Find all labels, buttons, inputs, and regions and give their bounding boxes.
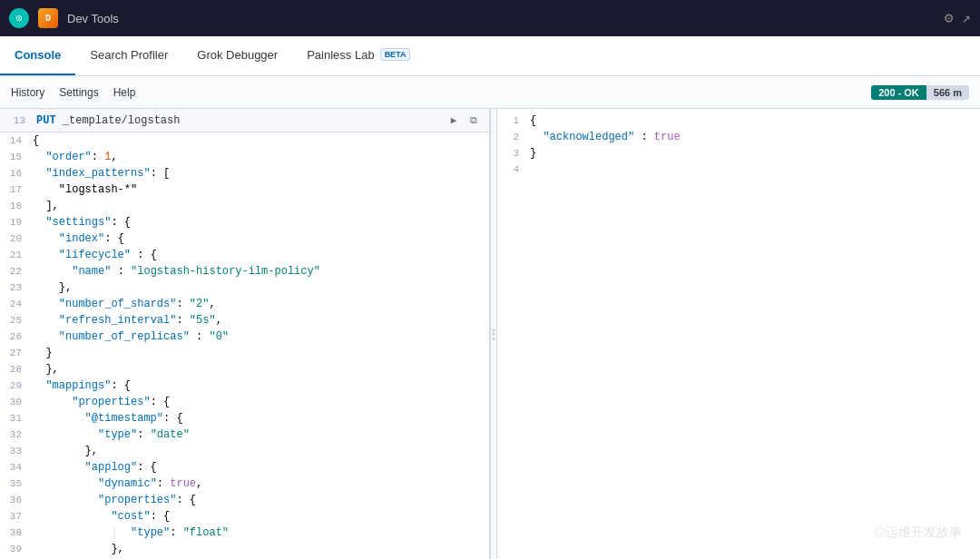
line-number: 23 (0, 280, 33, 296)
code-content: "refresh_interval": "5s", (33, 312, 489, 329)
code-content: "applog": { (33, 459, 489, 476)
code-content: "@timestamp": { (33, 410, 489, 427)
code-content: "properties": { (33, 394, 489, 410)
table-row: 3} (497, 145, 980, 162)
table-row: 16 "index_patterns": [ (0, 165, 489, 181)
line-number: 31 (0, 410, 33, 427)
line-number: 17 (0, 181, 33, 198)
code-content: }, (33, 361, 489, 378)
table-row: 26 "number_of_replicas" : "0" (0, 329, 489, 345)
table-row: 38 │ "type": "float" (0, 525, 489, 541)
line-number: 15 (0, 149, 33, 165)
copy-icon[interactable]: ⧉ (466, 113, 482, 129)
line-number: 28 (0, 361, 33, 378)
help-button[interactable]: Help (113, 86, 136, 99)
line-number: 22 (0, 263, 33, 280)
app-icon-label: D (45, 14, 51, 24)
line-number: 35 (0, 476, 33, 492)
table-row: 23 }, (0, 280, 489, 296)
tab-console[interactable]: Console (0, 35, 75, 75)
left-panel: 13 PUT _template/logstash ▶ ⧉ 14{15 "ord… (0, 109, 490, 559)
code-editor-right: 1{2 "acknowledged" : true3}4 (497, 109, 980, 559)
cmd-line-number: 13 (7, 115, 33, 126)
code-content: │ "type": "float" (33, 525, 489, 541)
settings-icon[interactable]: ⚙ (945, 9, 954, 27)
table-row: 18 ], (0, 198, 489, 214)
code-content: "order": 1, (33, 149, 489, 165)
response-size: 566 m (926, 85, 969, 100)
line-number: 37 (0, 508, 33, 525)
table-row: 36 "properties": { (0, 492, 489, 508)
status-group: 200 - OK 566 m (871, 85, 969, 100)
settings-button[interactable]: Settings (59, 86, 98, 99)
code-content: "cost": { (33, 508, 489, 525)
line-number: 39 (0, 541, 33, 557)
line-number: 18 (0, 198, 33, 214)
line-number: 21 (0, 247, 33, 263)
code-content: "name" : "logstash-history-ilm-policy" (33, 263, 489, 280)
code-content: "type": "date" (33, 427, 489, 443)
line-number: 36 (0, 492, 33, 508)
code-content: "index": { (33, 230, 489, 247)
line-number: 25 (0, 312, 33, 329)
code-content: "logstash-*" (33, 181, 489, 198)
app-icon: D (38, 8, 58, 28)
line-number: 38 (0, 525, 33, 541)
line-number: 14 (0, 132, 33, 149)
table-row: 39 }, (0, 541, 489, 557)
external-link-icon[interactable]: ↗ (962, 9, 971, 27)
line-number: 4 (497, 162, 530, 178)
cmd-text: PUT _template/logstash (36, 114, 442, 127)
line-number: 30 (0, 394, 33, 410)
code-content: { (530, 113, 980, 129)
code-content: "acknowledged" : true (530, 129, 980, 145)
table-row: 29 "mappings": { (0, 378, 489, 394)
line-number: 32 (0, 427, 33, 443)
line-number: 19 (0, 214, 33, 230)
command-bar[interactable]: 13 PUT _template/logstash ▶ ⧉ (0, 109, 489, 132)
run-icon[interactable]: ▶ (446, 113, 462, 129)
tab-search-profiler[interactable]: Search Profiler (75, 35, 182, 75)
table-row: 4 (497, 162, 980, 178)
tab-grok-debugger[interactable]: Grok Debugger (182, 35, 292, 75)
beta-badge: BETA (380, 48, 411, 61)
editor-area: 13 PUT _template/logstash ▶ ⧉ 14{15 "ord… (0, 109, 980, 559)
table-row: 32 "type": "date" (0, 427, 489, 443)
code-content: ], (33, 198, 489, 214)
line-number: 33 (0, 443, 33, 459)
nav-tabs: Console Search Profiler Grok Debugger Pa… (0, 36, 980, 76)
line-number: 16 (0, 165, 33, 181)
panel-divider[interactable] (490, 109, 497, 559)
app-title: Dev Tools (67, 12, 119, 25)
code-content: "index_patterns": [ (33, 165, 489, 181)
line-number: 34 (0, 459, 33, 476)
code-editor-left[interactable]: 14{15 "order": 1,16 "index_patterns": [1… (0, 132, 489, 559)
table-row: 19 "settings": { (0, 214, 489, 230)
table-row: 30 "properties": { (0, 394, 489, 410)
cmd-url: _template/logstash (63, 114, 181, 127)
table-row: 37 "cost": { (0, 508, 489, 525)
table-row: 35 "dynamic": true, (0, 476, 489, 492)
toolbar: History Settings Help 200 - OK 566 m (0, 76, 980, 109)
code-content: "number_of_shards": "2", (33, 296, 489, 312)
code-content: "number_of_replicas" : "0" (33, 329, 489, 345)
table-row: 21 "lifecycle" : { (0, 247, 489, 263)
line-number: 20 (0, 230, 33, 247)
code-content: }, (33, 541, 489, 557)
history-button[interactable]: History (11, 86, 44, 99)
table-row: 2 "acknowledged" : true (497, 129, 980, 145)
code-content: { (33, 132, 489, 149)
tab-painless-lab[interactable]: Painless Lab BETA (292, 35, 425, 75)
table-row: 33 }, (0, 443, 489, 459)
top-bar: ◎ D Dev Tools ⚙ ↗ (0, 0, 980, 36)
status-badge: 200 - OK (871, 85, 926, 100)
line-number: 26 (0, 329, 33, 345)
table-row: 31 "@timestamp": { (0, 410, 489, 427)
table-row: 14{ (0, 132, 489, 149)
line-number: 3 (497, 145, 530, 162)
cmd-icons: ▶ ⧉ (446, 113, 482, 129)
table-row: 24 "number_of_shards": "2", (0, 296, 489, 312)
code-content: "settings": { (33, 214, 489, 230)
line-number: 29 (0, 378, 33, 394)
table-row: 22 "name" : "logstash-history-ilm-policy… (0, 263, 489, 280)
